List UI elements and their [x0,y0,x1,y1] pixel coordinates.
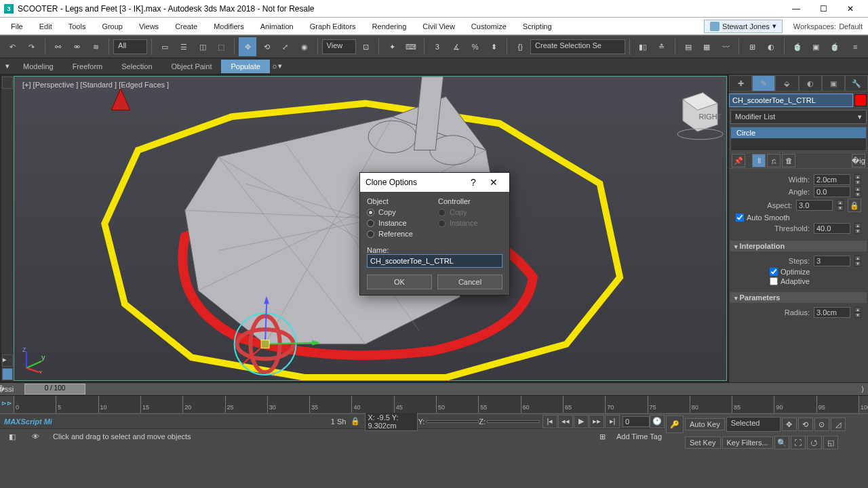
named-selection-dropdown[interactable]: Create Selection Se [530,39,625,54]
trackbar-toggle-icon[interactable]: ⊳⊳ [0,396,14,413]
named-sel-edit-button[interactable]: {} [511,37,529,56]
radius-spinner[interactable]: 3.0cm [814,307,850,318]
adaptive-checkbox[interactable] [770,277,778,285]
hierarchy-tab[interactable]: ⬙ [775,75,798,92]
menu-views[interactable]: Views [131,20,167,33]
dialog-close-button[interactable]: ✕ [484,177,504,188]
ribbon-min-button[interactable]: ▾ [1,60,14,73]
grid-toggle-button[interactable]: ⊞ [593,427,612,446]
undo-button[interactable]: ↶ [4,37,22,56]
goto-start-button[interactable]: |◂ [542,415,557,428]
close-button[interactable]: ✕ [837,0,864,18]
render-button[interactable]: 🍵 [826,37,844,56]
selection-lock-button[interactable]: 👁 [26,427,45,446]
radio-object-instance[interactable]: Instance [367,219,431,227]
isolate-button[interactable]: ◧ [3,427,22,446]
menu-group[interactable]: Group [94,20,131,33]
optimize-checkbox[interactable] [770,268,778,276]
select-rotate-button[interactable]: ⟲ [258,37,275,56]
set-key-big-button[interactable]: 🔑 [666,415,684,433]
workspaces-dropdown[interactable]: Default [836,22,865,30]
remove-modifier-button[interactable]: 🗑 [782,154,795,167]
nav-zoomext-button[interactable]: ⛶ [791,436,806,449]
object-name-field[interactable] [729,94,853,107]
toggle-ribbon-button[interactable]: ▦ [698,37,715,56]
align-button[interactable]: ≛ [653,37,671,56]
render-setup-button[interactable]: 🍵 [789,37,806,56]
select-move-button[interactable]: ✥ [239,37,256,56]
auto-smooth-checkbox[interactable] [736,214,744,222]
motion-tab[interactable]: ◐ [799,75,822,92]
nav-pan-button[interactable]: ✥ [782,418,797,431]
user-account[interactable]: Stewart Jones▾ [704,20,783,33]
nav-orbit2-button[interactable]: ⭯ [807,436,822,449]
utilities-tab[interactable]: 🔧 [845,75,868,92]
menu-rendering[interactable]: Rendering [364,20,415,33]
width-spinner[interactable]: 2.0cm [814,174,850,185]
select-region-button[interactable]: ◫ [194,37,212,56]
schematic-view-button[interactable]: ⊞ [743,37,761,56]
menu-graph-editors[interactable]: Graph Editors [302,20,364,33]
menu-edit[interactable]: Edit [31,20,60,33]
ok-button[interactable]: OK [367,274,432,289]
x-coord-field[interactable]: X: -9.5 Y: 9.302cm [365,412,418,431]
selection-filter-dropdown[interactable]: All [113,39,147,54]
current-frame-field[interactable]: 0 [623,416,650,427]
track-bar[interactable]: ⊳⊳ 0510152025303540455055606570758085909… [0,395,868,413]
make-unique-button[interactable]: ⎌ [767,154,781,167]
ribbon-tab-freeform[interactable]: Freeform [63,60,113,73]
viewport-layout-button[interactable] [2,368,13,380]
key-mode-dropdown[interactable]: Selected [726,417,781,432]
ref-coord-dropdown[interactable]: View [322,39,356,54]
prev-frame-button[interactable]: ◂◂ [558,415,573,428]
key-filters-button[interactable]: Key Filters... [722,436,773,449]
ribbon-dropdown-icon[interactable]: ☼▾ [270,62,283,70]
redo-button[interactable]: ↷ [23,37,41,56]
spinner-snap-button[interactable]: ⬍ [485,37,502,56]
manipulate-button[interactable]: ✦ [383,37,401,56]
bind-spacewarp-button[interactable]: ≋ [87,37,104,56]
link-button[interactable]: ⚯ [50,37,67,56]
menu-modifiers[interactable]: Modifiers [205,20,252,33]
curve-editor-button[interactable]: 〰 [717,37,734,56]
modifier-stack[interactable]: Circle [730,127,867,151]
time-config-button[interactable]: �ssi [0,384,11,394]
angle-spinner[interactable]: 0.0 [814,186,850,197]
ribbon-tab-selection[interactable]: Selection [112,60,161,73]
menu-customize[interactable]: Customize [463,20,515,33]
minimize-button[interactable]: — [783,0,810,18]
maxscript-listener[interactable]: MAXScript Mi [0,418,56,426]
use-center-button[interactable]: ⊡ [357,37,375,56]
cancel-button[interactable]: Cancel [437,274,502,289]
create-tab[interactable]: ✚ [729,75,752,92]
menu-file[interactable]: File [3,20,31,33]
nav-dolly-button[interactable]: ⊙ [814,418,829,431]
configure-sets-button[interactable]: �ig [852,154,865,167]
threshold-spinner[interactable]: 40.0 [814,223,850,234]
viewcube[interactable]: RIGHT [677,93,723,140]
window-crossing-button[interactable]: ⬚ [213,37,231,56]
z-coord-field[interactable] [487,420,540,423]
nav-fov-button[interactable]: ◿ [831,418,846,431]
radio-object-copy[interactable]: Copy [367,208,431,216]
select-object-button[interactable]: ▭ [156,37,174,56]
menu-civil-view[interactable]: Civil View [414,20,462,33]
modifier-entry-circle[interactable]: Circle [731,127,866,138]
time-slider[interactable]: 0 / 100 [24,384,85,394]
play-button[interactable]: ▶ [574,415,589,428]
menu-animation[interactable]: Animation [252,20,302,33]
unlink-button[interactable]: ⚮ [68,37,85,56]
set-key-button[interactable]: Set Key [685,436,721,449]
snap-toggle-button[interactable]: 3 [429,37,446,56]
maximize-button[interactable]: ☐ [810,0,837,18]
nav-maximize-button[interactable]: ◱ [823,436,838,449]
viewport-expand-button[interactable]: ▸ [2,354,13,367]
next-frame-button[interactable]: ▸▸ [589,415,604,428]
display-tab[interactable]: ▣ [822,75,845,92]
add-time-tag[interactable]: Add Time Tag [616,432,662,441]
radio-object-reference[interactable]: Reference [367,230,431,238]
clone-name-field[interactable] [367,254,502,268]
angle-snap-button[interactable]: ∡ [448,37,465,56]
rollout-parameters[interactable]: Parameters [730,292,867,303]
time-config-dialog-button[interactable]: 🕐 [650,415,665,428]
